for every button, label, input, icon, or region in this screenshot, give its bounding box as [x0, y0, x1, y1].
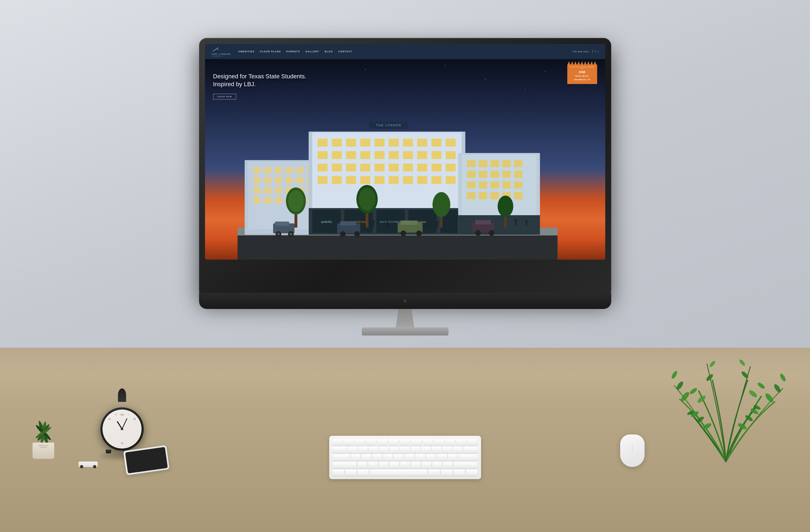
- key: [345, 469, 356, 476]
- svg-rect-110: [514, 171, 522, 178]
- facebook-icon[interactable]: f: [592, 50, 593, 53]
- key: [394, 454, 404, 461]
- monitor: THE LYNDON SAN MARCOS AMENITIES FLOOR PL…: [199, 38, 611, 331]
- svg-rect-39: [254, 197, 261, 203]
- fern-svg: [658, 304, 794, 467]
- key: [422, 439, 433, 446]
- svg-rect-77: [432, 164, 441, 171]
- key: [377, 439, 388, 446]
- svg-rect-78: [446, 164, 456, 171]
- svg-point-131: [498, 196, 513, 217]
- svg-point-169: [737, 422, 747, 431]
- key: [422, 462, 431, 468]
- key: [426, 454, 436, 461]
- monitor-chin: [199, 293, 611, 309]
- svg-rect-152: [387, 223, 388, 228]
- svg-rect-120: [514, 192, 522, 199]
- mouse[interactable]: [617, 434, 647, 472]
- svg-rect-106: [467, 171, 475, 178]
- key: [369, 447, 378, 453]
- svg-point-183: [709, 360, 716, 368]
- nav-amenities[interactable]: AMENITIES: [238, 50, 255, 53]
- svg-text:XII: XII: [120, 413, 124, 416]
- svg-rect-143: [400, 221, 417, 225]
- key: [366, 439, 376, 446]
- svg-rect-55: [403, 139, 413, 147]
- svg-rect-65: [403, 151, 413, 159]
- svg-rect-33: [254, 187, 261, 194]
- svg-rect-35: [275, 187, 282, 194]
- svg-line-12: [117, 422, 122, 429]
- key: [389, 462, 399, 468]
- svg-rect-101: [467, 160, 475, 167]
- svg-rect-25: [296, 167, 303, 174]
- key: [458, 454, 477, 461]
- hero-title-line1: Designed for Texas State Students.: [213, 73, 306, 81]
- logo-subtext: SAN MARCOS: [211, 55, 224, 57]
- key: [416, 454, 425, 461]
- monitor-stand-base: [362, 327, 449, 335]
- instagram-icon[interactable]: i: [598, 50, 599, 53]
- nav-blog[interactable]: BLOG: [325, 50, 333, 53]
- lease-now-button[interactable]: LEASE NOW: [213, 94, 236, 99]
- svg-rect-158: [515, 221, 516, 226]
- svg-rect-121: [458, 215, 540, 235]
- badge-address-line3: San Marcos, TX: [574, 78, 590, 81]
- svg-point-174: [689, 387, 698, 395]
- badge-address-line1: 235B: [579, 71, 585, 74]
- svg-rect-88: [446, 176, 456, 184]
- svg-point-127: [358, 188, 376, 211]
- svg-rect-139: [340, 221, 356, 226]
- nav-social: f t i: [592, 50, 599, 53]
- nav-gallery[interactable]: GALLERY: [305, 50, 319, 53]
- nav-floor-plans[interactable]: FLOOR PLANS: [260, 50, 281, 53]
- key: [400, 462, 410, 468]
- key-row-5: [333, 469, 478, 476]
- svg-rect-108: [490, 171, 499, 178]
- svg-rect-59: [318, 151, 328, 159]
- svg-rect-34: [264, 187, 271, 194]
- svg-rect-54: [389, 139, 399, 147]
- svg-rect-113: [490, 181, 499, 188]
- svg-point-176: [757, 382, 766, 390]
- svg-rect-72: [360, 164, 370, 171]
- spacebar-key[interactable]: [370, 469, 427, 476]
- key: [333, 439, 343, 446]
- analog-clock: XII III VI IX XI I Paris: [95, 388, 149, 456]
- toy-car: [79, 462, 100, 470]
- svg-rect-67: [432, 151, 441, 159]
- key: [389, 439, 399, 446]
- key: [432, 462, 442, 468]
- svg-point-153: [386, 221, 389, 223]
- nav-contact[interactable]: CONTACT: [338, 50, 352, 53]
- key: [379, 447, 389, 453]
- key: [448, 454, 457, 461]
- twitter-icon[interactable]: t: [595, 50, 596, 53]
- svg-rect-111: [467, 181, 475, 188]
- badge-banner: VISIT OUR LEASING CENTER AT 235B North L…: [567, 65, 597, 84]
- keyboard: [329, 436, 481, 479]
- svg-text:godaddy: godaddy: [321, 220, 332, 223]
- key: [333, 469, 344, 476]
- svg-point-161: [525, 220, 528, 222]
- svg-rect-80: [331, 176, 342, 184]
- mouse-divider: [632, 444, 633, 452]
- svg-point-129: [432, 192, 450, 217]
- svg-rect-21: [254, 167, 261, 174]
- svg-rect-70: [331, 164, 342, 171]
- svg-rect-103: [490, 160, 499, 167]
- svg-rect-66: [417, 151, 427, 159]
- keyboard-body: [329, 436, 481, 479]
- svg-rect-64: [389, 151, 399, 159]
- svg-rect-24: [286, 167, 293, 174]
- svg-text:XI: XI: [115, 413, 117, 415]
- svg-point-14: [121, 428, 123, 430]
- svg-point-182: [773, 383, 782, 394]
- svg-rect-52: [360, 139, 370, 147]
- key: [400, 439, 410, 446]
- nav-parents[interactable]: PARENTS: [286, 50, 300, 53]
- key-row-4: [333, 462, 478, 468]
- key: [383, 454, 393, 461]
- svg-rect-56: [417, 139, 427, 147]
- svg-rect-73: [374, 164, 385, 171]
